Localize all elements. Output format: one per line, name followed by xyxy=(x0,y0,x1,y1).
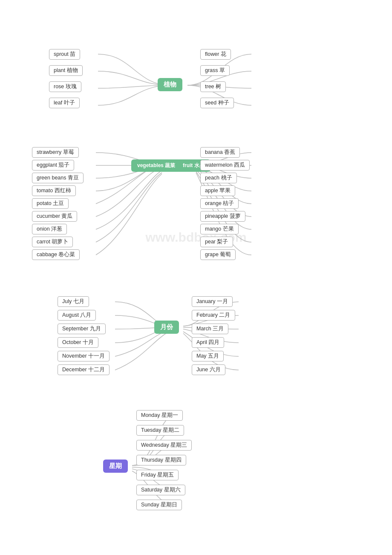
plant-node-seed: seed 种子 xyxy=(200,98,234,108)
section-weekdays-lines xyxy=(0,409,392,533)
food-node-apple: apple 苹果 xyxy=(200,185,235,196)
food-node-greenbeans: green beans 青豆 xyxy=(32,173,84,183)
weekday-node-monday: Monday 星期一 xyxy=(136,410,183,421)
plant-node-sprout: sprout 苗 xyxy=(49,49,80,60)
plant-node-flower: flower 花 xyxy=(200,49,231,60)
food-node-mango: mango 芒果 xyxy=(200,224,239,234)
food-node-tomato: tomato 西红柿 xyxy=(32,185,76,196)
month-node-september: September 九月 xyxy=(58,324,106,334)
plant-node-plant: plant 植物 xyxy=(49,65,83,76)
food-center-vegetables: vegetables 蔬菜 xyxy=(131,159,181,172)
food-node-pineapple: pineapple 菠萝 xyxy=(200,211,245,222)
food-node-banana: banana 香蕉 xyxy=(200,147,240,158)
food-node-cabbage: cabbage 卷心菜 xyxy=(32,249,80,260)
weekday-node-sunday: Sunday 星期日 xyxy=(136,500,182,510)
food-node-onion: onion 洋葱 xyxy=(32,224,67,234)
month-node-june: June 六月 xyxy=(192,364,225,375)
weekday-node-friday: Friday 星期五 xyxy=(136,470,179,480)
food-node-watermelon: watermelon 西瓜 xyxy=(200,160,250,171)
section-food: strawberry 草莓 eggplant 茄子 green beans 青豆… xyxy=(0,145,392,277)
month-node-july: July 七月 xyxy=(58,296,89,307)
month-node-october: October 十月 xyxy=(58,337,98,348)
weekday-node-saturday: Saturday 星期六 xyxy=(136,485,185,495)
food-node-strawberry: strawberry 草莓 xyxy=(32,147,79,158)
plant-node-rose: rose 玫瑰 xyxy=(49,81,81,92)
weekday-node-thursday: Thursday 星期四 xyxy=(136,455,186,465)
month-node-november: November 十一月 xyxy=(58,351,110,361)
food-node-grape: grape 葡萄 xyxy=(200,249,236,260)
month-node-december: December 十二月 xyxy=(58,364,110,375)
month-node-august: August 八月 xyxy=(58,310,96,321)
plant-node-leaf: leaf 叶子 xyxy=(49,98,80,108)
page: sprout 苗 plant 植物 rose 玫瑰 leaf 叶子 植物 flo… xyxy=(0,0,392,555)
food-node-carrot: carrot 胡萝卜 xyxy=(32,237,73,247)
plant-node-grass: grass 草 xyxy=(200,65,230,76)
month-node-march: March 三月 xyxy=(192,324,228,334)
plant-center: 植物 xyxy=(158,78,182,91)
month-node-january: January 一月 xyxy=(192,296,233,307)
food-node-potato: potato 土豆 xyxy=(32,198,69,209)
food-node-orange: orange 桔子 xyxy=(200,198,239,209)
section-plants: sprout 苗 plant 植物 rose 玫瑰 leaf 叶子 植物 flo… xyxy=(0,9,392,128)
section-weekdays: 星期 Monday 星期一 Tuesday 星期二 Wednesday 星期三 … xyxy=(0,409,392,533)
food-node-peach: peach 桃子 xyxy=(200,173,237,183)
plant-node-tree: tree 树 xyxy=(200,81,226,92)
month-center: 月份 xyxy=(154,321,179,334)
month-node-february: February 二月 xyxy=(192,310,235,321)
section-months: July 七月 August 八月 September 九月 October 十… xyxy=(0,294,392,392)
weekday-node-tuesday: Tuesday 星期二 xyxy=(136,425,184,436)
weekday-center: 星期 xyxy=(103,460,128,473)
weekday-node-wednesday: Wednesday 星期三 xyxy=(136,440,192,451)
food-node-eggplant: eggplant 茄子 xyxy=(32,160,74,171)
food-node-cucumber: cucumber 黄瓜 xyxy=(32,211,77,222)
month-node-may: May 五月 xyxy=(192,351,224,361)
food-node-pear: pear 梨子 xyxy=(200,237,233,247)
month-node-april: April 四月 xyxy=(192,337,224,348)
